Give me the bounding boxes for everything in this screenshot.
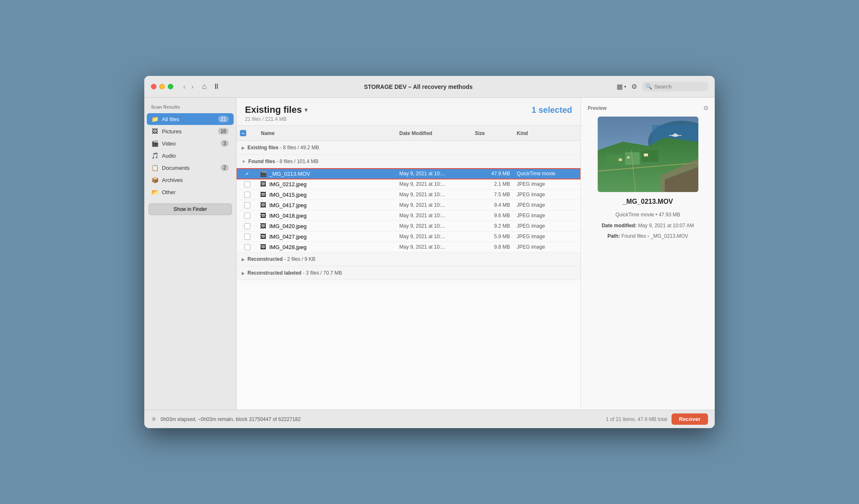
cell-size-img0418: 9.6 MB bbox=[471, 213, 513, 218]
col-size[interactable]: Size bbox=[471, 128, 513, 138]
cell-check-img0427 bbox=[237, 234, 258, 240]
back-button[interactable]: ‹ bbox=[182, 82, 187, 91]
group-title-reconstructed: Reconstructed - 2 files / 9 KB bbox=[247, 256, 315, 262]
col-date[interactable]: Date Modified bbox=[396, 128, 471, 138]
group-found-files[interactable]: ▼ Found files - 8 files / 101.4 MB bbox=[237, 155, 580, 169]
file-type-icon-mg0213: 🎬 bbox=[259, 170, 267, 177]
file-area: Existing files ▾ 1 selected 21 files / 2… bbox=[237, 98, 580, 410]
pause-button[interactable]: ⏸ bbox=[213, 82, 220, 91]
preview-date: May 9, 2021 at 10:07 AM bbox=[638, 223, 694, 229]
filename-img0420: IMG_0420.jpeg bbox=[269, 223, 307, 229]
file-row-img0428[interactable]: 🖼 IMG_0428.jpeg May 9, 2021 at 10:... 9.… bbox=[237, 242, 580, 252]
cell-kind-img0420: JPEG image bbox=[513, 223, 580, 229]
video-icon: 🎬 bbox=[151, 140, 159, 147]
cell-name-img0415: 🖼 IMG_0415.jpeg bbox=[258, 191, 396, 198]
file-row-img0418[interactable]: 🖼 IMG_0418.jpeg May 9, 2021 at 10:... 9.… bbox=[237, 210, 580, 221]
cell-name-img0417: 🖼 IMG_0417.jpeg bbox=[258, 201, 396, 209]
chevron-down-icon: ▾ bbox=[624, 84, 626, 89]
checkbox-img0417[interactable] bbox=[244, 202, 250, 208]
file-row-img0417[interactable]: 🖼 IMG_0417.jpeg May 9, 2021 at 10:... 9.… bbox=[237, 200, 580, 210]
other-icon: 📂 bbox=[151, 188, 159, 196]
show-in-finder-button[interactable]: Show in Finder bbox=[148, 203, 232, 215]
file-row-img0415[interactable]: 🖼 IMG_0415.jpeg May 9, 2021 at 10:... 7.… bbox=[237, 190, 580, 200]
checkbox-mg0213[interactable] bbox=[244, 171, 250, 177]
cell-size-mg0213: 47.9 MB bbox=[471, 171, 513, 177]
sidebar-item-label-archives: Archives bbox=[162, 177, 229, 183]
cell-check-img0212 bbox=[237, 181, 258, 187]
col-kind[interactable]: Kind bbox=[513, 128, 580, 138]
cell-check-img0415 bbox=[237, 192, 258, 198]
checkbox-img0415[interactable] bbox=[244, 192, 250, 198]
file-row-img0420[interactable]: 🖼 IMG_0420.jpeg May 9, 2021 at 10:... 9.… bbox=[237, 221, 580, 231]
cell-date-img0212: May 9, 2021 at 10:... bbox=[396, 181, 471, 187]
sidebar-item-label-video: Video bbox=[162, 140, 217, 147]
recover-button[interactable]: Recover bbox=[672, 413, 708, 425]
group-title-existing-files: Existing files - 8 files / 49.2 MB bbox=[247, 145, 319, 151]
preview-meta-date-line: Date modified: May 9, 2021 at 10:07 AM bbox=[588, 221, 708, 231]
cell-check-img0428 bbox=[237, 244, 258, 250]
file-table: ▶ Existing files - 8 files / 49.2 MB ▼ F… bbox=[237, 141, 580, 410]
checkbox-img0428[interactable] bbox=[244, 244, 250, 250]
all-files-icon: 📁 bbox=[151, 115, 159, 123]
cell-kind-img0418: JPEG image bbox=[513, 213, 580, 218]
preview-meta-path-line: Path: Found files › _MG_0213.MOV bbox=[588, 232, 708, 241]
cell-kind-img0212: JPEG image bbox=[513, 181, 580, 187]
sidebar-item-video[interactable]: 🎬 Video 3 bbox=[147, 138, 234, 149]
minimize-button[interactable] bbox=[159, 84, 165, 89]
search-input[interactable] bbox=[654, 83, 705, 90]
sidebar-item-label-documents: Documents bbox=[162, 165, 217, 171]
group-existing-files[interactable]: ▶ Existing files - 8 files / 49.2 MB bbox=[237, 141, 580, 155]
chevron-right-icon: ▶ bbox=[242, 145, 245, 150]
file-row-mg0213[interactable]: 🎬 _MG_0213.MOV May 9, 2021 at 10:... 47.… bbox=[237, 169, 580, 179]
status-text: 0h03m elapsed, ~0h03m remain, block 3175… bbox=[161, 416, 602, 422]
sidebar-item-all-files[interactable]: 📁 All files 21 bbox=[147, 113, 234, 125]
sidebar-item-other[interactable]: 📂 Other bbox=[147, 186, 234, 198]
cell-date-img0418: May 9, 2021 at 10:... bbox=[396, 213, 471, 218]
cell-name-img0420: 🖼 IMG_0420.jpeg bbox=[258, 222, 396, 230]
toolbar-right: ▦ ▾ ⚙ 🔍 bbox=[617, 82, 708, 91]
col-name[interactable]: Name bbox=[258, 128, 396, 138]
forward-button[interactable]: › bbox=[190, 82, 195, 91]
chevron-down-icon: ▼ bbox=[242, 159, 246, 164]
sidebar-item-pictures[interactable]: 🖼 Pictures 16 bbox=[147, 125, 234, 137]
filename-mg0213: _MG_0213.MOV bbox=[269, 171, 310, 177]
sidebar: Scan results 📁 All files 21 🖼 Pictures 1… bbox=[144, 98, 237, 410]
cell-check-img0417 bbox=[237, 202, 258, 208]
maximize-button[interactable] bbox=[168, 84, 173, 89]
group-reconstructed-labeled[interactable]: ▶ Reconstructed labeled - 3 files / 70.7… bbox=[237, 266, 580, 280]
home-button[interactable]: ⌂ bbox=[202, 82, 207, 91]
sidebar-item-documents[interactable]: 📋 Documents 2 bbox=[147, 162, 234, 174]
select-all-checkbox[interactable] bbox=[240, 130, 246, 136]
filter-button[interactable]: ⚙ bbox=[631, 83, 637, 91]
view-toggle-button[interactable]: ▦ ▾ bbox=[617, 83, 626, 91]
file-row-img0427[interactable]: 🖼 IMG_0427.jpeg May 9, 2021 at 10:... 5.… bbox=[237, 231, 580, 242]
close-button[interactable] bbox=[151, 84, 156, 89]
checkbox-img0420[interactable] bbox=[244, 223, 250, 229]
sidebar-item-audio[interactable]: 🎵 Audio bbox=[147, 150, 234, 161]
cell-date-img0428: May 9, 2021 at 10:... bbox=[396, 244, 471, 250]
cell-size-img0212: 2.1 MB bbox=[471, 181, 513, 187]
file-type-icon-img0418: 🖼 bbox=[259, 212, 267, 219]
group-label-reconstructed: ▶ Reconstructed - 2 files / 9 KB bbox=[237, 254, 580, 264]
cell-kind-img0417: JPEG image bbox=[513, 202, 580, 208]
main-content: Scan results 📁 All files 21 🖼 Pictures 1… bbox=[144, 98, 715, 410]
preview-path-label: Path: bbox=[607, 233, 620, 239]
cell-size-img0420: 9.2 MB bbox=[471, 223, 513, 229]
file-row-img0212[interactable]: 🖼 IMG_0212.jpeg May 9, 2021 at 10:... 2.… bbox=[237, 179, 580, 190]
cell-date-img0427: May 9, 2021 at 10:... bbox=[396, 234, 471, 239]
preview-panel: Preview ⧉ bbox=[580, 98, 715, 410]
group-reconstructed[interactable]: ▶ Reconstructed - 2 files / 9 KB bbox=[237, 252, 580, 266]
checkbox-img0418[interactable] bbox=[244, 213, 250, 219]
audio-icon: 🎵 bbox=[151, 152, 159, 159]
checkbox-img0427[interactable] bbox=[244, 234, 250, 240]
dropdown-arrow-icon[interactable]: ▾ bbox=[305, 107, 307, 113]
col-check bbox=[237, 128, 258, 138]
filename-img0417: IMG_0417.jpeg bbox=[269, 202, 307, 208]
sidebar-count-all-files: 21 bbox=[218, 116, 229, 122]
sidebar-item-label-all-files: All files bbox=[162, 116, 215, 122]
statusbar: ✳ 0h03m elapsed, ~0h03m remain, block 31… bbox=[144, 410, 715, 428]
sidebar-item-archives[interactable]: 📦 Archives bbox=[147, 174, 234, 186]
checkbox-img0212[interactable] bbox=[244, 181, 250, 187]
preview-copy-button[interactable]: ⧉ bbox=[704, 104, 708, 112]
group-title-found-files: Found files - 8 files / 101.4 MB bbox=[248, 158, 318, 164]
